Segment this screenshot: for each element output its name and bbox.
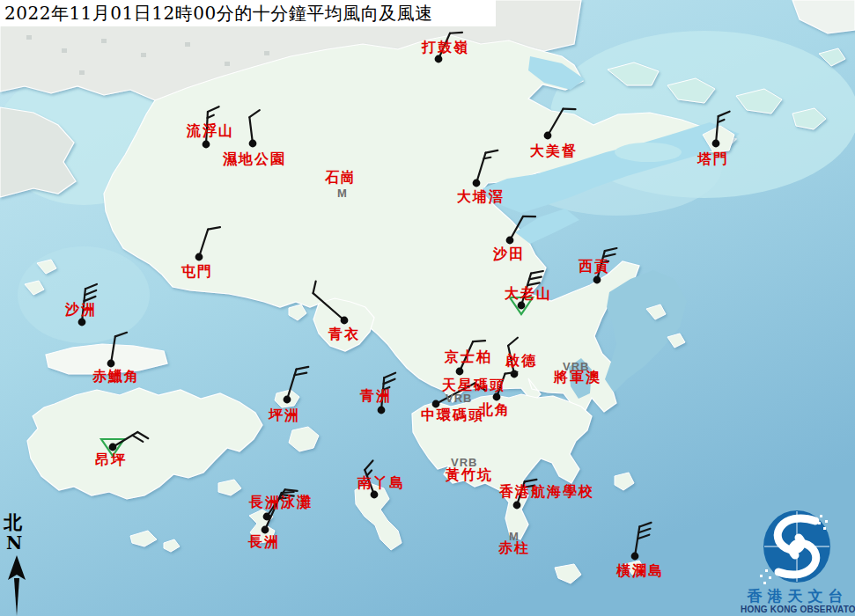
station-label-waglan-island: 橫瀾島 <box>616 564 664 578</box>
station-label-kings-park: 京士柏 <box>445 350 492 364</box>
wind-barb-mark <box>313 282 316 294</box>
wind-barb-mark <box>294 373 306 376</box>
station-dot <box>493 393 501 401</box>
compass-north-letter: N <box>6 532 22 554</box>
station-dot <box>473 180 481 187</box>
north-compass: 北 N <box>2 510 37 616</box>
station-tap-mun <box>712 112 730 148</box>
wind-barb-mark <box>365 460 372 470</box>
station-tuen-mun <box>195 227 220 260</box>
station-label-sai-kung: 西貢 <box>579 260 610 274</box>
wind-barb-mark <box>85 290 96 295</box>
station-note-stanley: M <box>509 531 520 542</box>
station-dot <box>456 368 464 376</box>
station-label-star-ferry-pier: 天星碼頭 <box>442 378 505 392</box>
station-dot <box>593 276 601 284</box>
wind-barb-mark <box>115 333 127 337</box>
wind-barb-mark <box>208 227 220 229</box>
station-label-cheung-chau-beach: 長洲泳灘 <box>249 495 313 510</box>
station-label-tates-cairn: 大老山 <box>505 287 552 301</box>
station-note-star-ferry-pier: VRB <box>446 392 472 404</box>
observatory-logo-icon <box>741 508 855 585</box>
station-label-tai-po-kau: 大埔滘 <box>457 190 505 204</box>
wind-barb-staff <box>111 336 115 363</box>
station-label-wong-chuk-hang: 黃竹坑 <box>446 468 493 482</box>
wind-barb-mark <box>508 338 518 346</box>
wind-map: 流浮山濕地公園打鼓嶺大美督塔門石崗M大埔滘沙田屯門沙洲西貢大老山青衣赤鱲角京士柏… <box>0 0 855 616</box>
wind-barb-mark <box>638 529 650 533</box>
station-wetland-park <box>249 110 260 147</box>
map-title: 2022年11月01日12時00分的十分鐘平均風向及風速 <box>0 0 496 26</box>
station-label-sha-tin: 沙田 <box>493 247 525 261</box>
station-dot <box>107 360 115 368</box>
wind-barb-mark <box>285 489 298 490</box>
station-note-wong-chuk-hang: VRB <box>451 457 477 468</box>
station-label-sha-chau: 沙洲 <box>65 303 97 317</box>
observatory-logo: 香港天文台 HONG KONG OBSERVATORY <box>741 508 855 615</box>
wind-barb-mark <box>450 33 462 33</box>
wind-barb-staff <box>313 293 344 320</box>
wind-barb-mark <box>529 277 542 280</box>
wind-barb-staff <box>635 526 639 556</box>
wind-barb-staff <box>548 109 564 136</box>
station-dot <box>78 319 86 326</box>
station-label-shek-kong: 石崗 <box>325 171 357 185</box>
wind-barb-mark <box>605 248 617 251</box>
wind-barb-staff <box>287 370 297 400</box>
wind-barb-mark <box>483 158 490 159</box>
wind-barb-mark <box>486 150 498 153</box>
compass-needle-icon <box>2 553 37 616</box>
station-chek-lap-kok <box>107 333 127 368</box>
station-dot <box>631 553 639 561</box>
station-dot <box>249 140 257 148</box>
station-dot <box>544 132 552 140</box>
station-waglan-island <box>631 523 652 561</box>
wind-barb-mark <box>473 341 485 341</box>
wind-barb-mark <box>639 523 651 527</box>
station-label-kai-tak: 啟德 <box>505 354 537 368</box>
station-label-wetland-park: 濕地公園 <box>223 152 286 166</box>
wind-barb-mark <box>719 112 730 116</box>
station-label-cheung-chau: 長洲 <box>248 535 280 549</box>
station-label-hk-sea-school: 香港航海學校 <box>499 485 594 499</box>
station-label-central-pier: 中環碼頭 <box>421 408 484 422</box>
station-dot <box>518 302 526 310</box>
station-label-tsing-yi: 青衣 <box>328 327 360 341</box>
wind-barb-mark <box>249 110 259 117</box>
wind-barb-staff <box>716 116 719 143</box>
station-sha-tin <box>506 216 535 245</box>
station-label-stanley: 赤柱 <box>498 541 530 555</box>
station-label-tai-mei-tuk: 大美督 <box>530 144 578 158</box>
station-note-tseung-kwan-o: VRB <box>563 361 589 372</box>
station-label-chek-lap-kok: 赤鱲角 <box>92 370 140 384</box>
station-note-shek-kong: M <box>337 187 348 199</box>
station-dot <box>506 237 514 245</box>
wind-barb-staff <box>199 230 208 257</box>
station-dot <box>712 140 720 148</box>
station-label-green-island: 青洲 <box>360 389 392 403</box>
wind-barb-staff <box>476 153 486 183</box>
station-peng-chau <box>284 367 309 403</box>
station-label-tuen-mun: 屯門 <box>181 265 213 279</box>
station-dot <box>435 55 443 63</box>
wind-barb-mark <box>137 432 148 438</box>
wind-barb-mark <box>384 379 395 384</box>
logo-english-name: HONG KONG OBSERVATORY <box>741 605 855 615</box>
station-dot <box>195 253 203 261</box>
station-dot <box>109 444 117 451</box>
station-label-tap-mun: 塔門 <box>697 152 729 166</box>
station-label-lau-fau-shan: 流浮山 <box>187 124 234 138</box>
station-label-ngong-ping: 昂坪 <box>95 453 127 467</box>
wind-barb-mark <box>525 480 537 481</box>
wind-barb-mark <box>297 367 309 370</box>
wind-barb-mark <box>638 535 649 539</box>
wind-barb-mark <box>208 106 219 112</box>
station-label-north-point: 北角 <box>479 403 511 417</box>
station-dot <box>378 407 386 414</box>
station-layer <box>0 0 855 616</box>
wind-barb-mark <box>282 492 294 493</box>
wind-barb-mark <box>85 284 97 289</box>
station-label-peng-chau: 坪洲 <box>269 408 300 422</box>
station-tsing-yi <box>313 282 349 325</box>
station-dot <box>284 396 291 404</box>
